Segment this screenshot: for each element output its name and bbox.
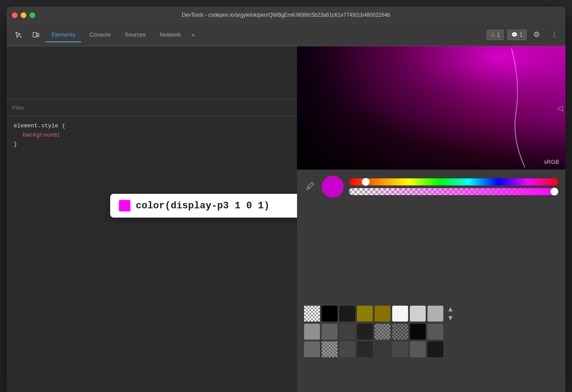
swatch-gray7[interactable] [339, 341, 355, 357]
hue-slider[interactable] [349, 178, 558, 185]
hue-slider-thumb[interactable] [362, 178, 370, 186]
swatch-lightgray1[interactable] [410, 306, 426, 322]
svg-point-6 [312, 182, 312, 183]
tab-console[interactable]: Console [83, 28, 117, 41]
titlebar: DevTools - codepen.io/argyleink/pen/QWBg… [7, 7, 565, 23]
warning-icon: ⚠ [490, 32, 495, 38]
collapse-button[interactable]: ◁ [557, 104, 563, 112]
color-tooltip[interactable]: color(display-p3 1 0 1) [110, 194, 297, 218]
more-tabs-button[interactable]: » [189, 31, 197, 38]
swatch-checker3[interactable] [322, 341, 338, 357]
swatches-row-3 [304, 341, 558, 357]
swatch-checker1[interactable] [375, 324, 390, 340]
right-panel: sRGB ◁ [297, 46, 565, 392]
window-title: DevTools - codepen.io/argyleink/pen/QWBg… [182, 12, 390, 18]
warning-count: 1 [497, 32, 500, 38]
device-toggle-button[interactable] [28, 27, 44, 43]
warning-badge[interactable]: ⚠ 1 [487, 30, 504, 40]
swatch-gray1[interactable] [304, 324, 320, 340]
swatches-area: ▲ ▼ [297, 301, 565, 363]
css-selector-text: element.style { [14, 122, 65, 131]
code-line-property: background : [14, 131, 290, 140]
info-badge[interactable]: 💬 1 [507, 30, 527, 40]
color-gradient-canvas[interactable]: sRGB ◁ [297, 46, 565, 170]
color-preview-circle [322, 176, 344, 198]
hue-slider-container [349, 178, 558, 195]
css-closing-brace: } [14, 140, 17, 149]
swatch-black2[interactable] [339, 306, 355, 322]
settings-button[interactable]: ⚙ [528, 27, 544, 43]
tab-sources[interactable]: Sources [119, 28, 152, 41]
swatch-gray11[interactable] [410, 341, 426, 357]
swatch-gray9[interactable] [375, 341, 390, 357]
swatch-gray3[interactable] [339, 324, 355, 340]
srgb-label: sRGB [544, 159, 559, 165]
swatch-gray6[interactable] [304, 341, 320, 357]
traffic-lights [12, 12, 35, 18]
swatch-whitesmoke[interactable] [392, 306, 408, 322]
cursor-tool-button[interactable] [10, 27, 26, 43]
svg-rect-0 [20, 36, 21, 37]
css-colon: : [57, 131, 64, 140]
color-value-display: color(display-p3 1 0 1) [136, 200, 270, 211]
svg-rect-1 [33, 33, 37, 37]
swatch-darkolive[interactable] [375, 306, 390, 322]
opacity-slider[interactable] [349, 188, 558, 195]
info-icon: 💬 [511, 32, 518, 38]
minimize-button[interactable] [21, 12, 26, 18]
tab-network[interactable]: Network [154, 28, 187, 41]
svg-rect-3 [297, 46, 565, 170]
swatch-olive[interactable] [357, 306, 373, 322]
svg-rect-5 [297, 46, 565, 170]
left-panel: element.style { background : } color(dis… [7, 46, 297, 392]
swatch-nearblack[interactable] [410, 324, 426, 340]
swatch-gray8[interactable] [357, 341, 373, 357]
swatch-gray10[interactable] [392, 341, 408, 357]
filter-bar [7, 99, 297, 116]
css-property-text: background [22, 131, 57, 140]
info-count: 1 [520, 32, 523, 38]
main-content: element.style { background : } color(dis… [7, 46, 565, 392]
toolbar: Elements Console Sources Network » ⚠ 1 💬… [7, 23, 565, 46]
swatch-black1[interactable] [322, 306, 338, 322]
code-line-closing: } [14, 140, 290, 149]
swatch-darkgray[interactable] [427, 341, 443, 357]
swatches-scroll[interactable]: ▲ ▼ [447, 305, 454, 322]
tab-elements[interactable]: Elements [45, 28, 82, 41]
swatches-row-1: ▲ ▼ [304, 305, 558, 322]
svg-rect-2 [37, 33, 39, 37]
swatch-gray5[interactable] [427, 324, 443, 340]
swatch-lightgray2[interactable] [427, 306, 443, 322]
tooltip-color-swatch [119, 200, 130, 211]
swatch-gray2[interactable] [322, 324, 338, 340]
opacity-slider-thumb[interactable] [550, 188, 558, 196]
picker-row [304, 176, 558, 198]
maximize-button[interactable] [30, 12, 35, 18]
devtools-window: DevTools - codepen.io/argyleink/pen/QWBg… [7, 7, 565, 392]
overflow-menu-button[interactable]: ⋮ [546, 27, 562, 43]
css-code-area: element.style { background : } [7, 116, 297, 154]
swatch-transparent[interactable] [304, 306, 320, 322]
swatches-row-2 [304, 324, 558, 340]
filter-input[interactable] [12, 104, 292, 111]
swatch-gray4[interactable] [357, 324, 373, 340]
eyedropper-button[interactable] [304, 180, 316, 194]
code-line-selector: element.style { [14, 122, 290, 131]
swatch-checker2[interactable] [392, 324, 408, 340]
svg-rect-4 [297, 46, 565, 170]
picker-controls [297, 170, 565, 208]
close-button[interactable] [12, 12, 18, 18]
